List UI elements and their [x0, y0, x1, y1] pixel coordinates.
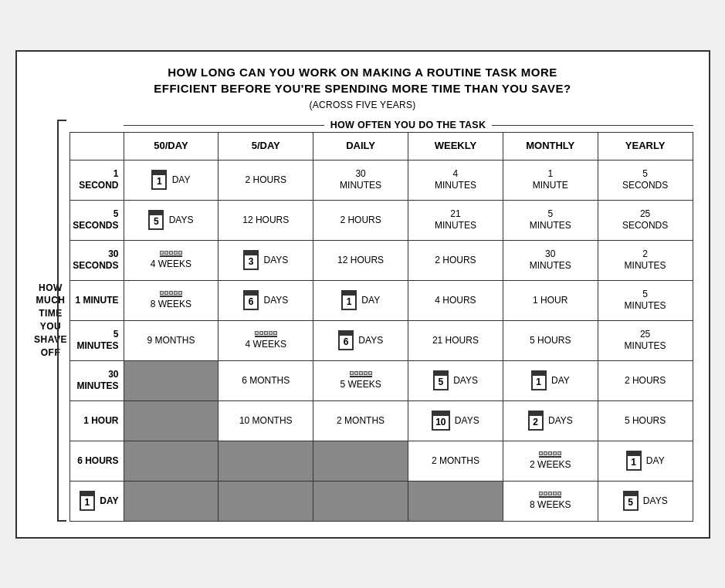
col-header-daily: DAILY [313, 133, 408, 161]
row-header-5min: 5 MINUTES [70, 321, 124, 361]
cell-r9c6: 5 DAYS [598, 482, 693, 522]
cell-r7c4: 10 DAYS [408, 401, 503, 441]
cell-r7c5: 2 DAYS [503, 401, 598, 441]
cell-r9c2 [219, 482, 313, 522]
cell-r4c2: 6 DAYS [219, 281, 313, 321]
cell-r3c1: 4 WEEKS [124, 241, 219, 281]
cell-r1c6: 5SECONDS [598, 161, 693, 201]
cell-r1c4: 4MINUTES [408, 161, 503, 201]
subtitle: (ACROSS FIVE YEARS) [32, 100, 693, 110]
cell-r9c4 [408, 482, 503, 522]
cell-r8c2 [219, 441, 313, 482]
cell-r8c3 [313, 441, 408, 482]
cell-r5c3: 6 DAYS [313, 321, 408, 361]
title: HOW LONG CAN YOU WORK ON MAKING A ROUTIN… [32, 64, 693, 96]
cell-r3c2: 3 DAYS [219, 241, 313, 281]
cell-r8c4: 2 MONTHS [408, 441, 503, 482]
cell-r4c6: 5MINUTES [598, 281, 693, 321]
data-grid: 50/DAY 5/DAY DAILY WEEKLY MONTHLY YEARLY… [69, 132, 693, 522]
cell-r8c6: 1 DAY [598, 441, 693, 482]
cell-r6c6: 2 HOURS [598, 361, 693, 401]
cell-r3c4: 2 HOURS [408, 241, 503, 281]
cell-r5c4: 21 HOURS [408, 321, 503, 361]
main-container: HOW LONG CAN YOU WORK ON MAKING A ROUTIN… [15, 50, 710, 539]
cell-r5c1: 9 MONTHS [124, 321, 219, 361]
how-often-header: HOW OFTEN YOU DO THE TASK [124, 120, 693, 130]
cell-r2c6: 25SECONDS [598, 201, 693, 241]
cell-r7c3: 2 MONTHS [313, 401, 408, 441]
cell-r7c6: 5 HOURS [598, 401, 693, 441]
col-header-50day: 50/DAY [124, 133, 219, 161]
chart-wrapper: HOWMUCHTIMEYOUSHAVEOFF HOW OFTEN YOU DO … [32, 120, 693, 522]
cell-r1c5: 1MINUTE [503, 161, 598, 201]
table-area: HOW OFTEN YOU DO THE TASK 50/DAY 5/DAY D… [69, 120, 693, 522]
cell-r9c1 [124, 482, 219, 522]
cell-r6c3: 5 WEEKS [313, 361, 408, 401]
cell-r6c1 [124, 361, 219, 401]
cell-r4c4: 4 HOURS [408, 281, 503, 321]
cell-r2c2: 12 HOURS [219, 201, 313, 241]
cell-r6c4: 5 DAYS [408, 361, 503, 401]
row-header-1sec: 1 SECOND [70, 161, 124, 201]
cell-r9c5: 8 WEEKS [503, 482, 598, 522]
cell-r6c2: 6 MONTHS [219, 361, 313, 401]
row-header-30sec: 30 SECONDS [70, 241, 124, 281]
col-header-5day: 5/DAY [219, 133, 313, 161]
cell-r2c3: 2 HOURS [313, 201, 408, 241]
cell-r8c5: 2 WEEKS [503, 441, 598, 482]
cell-r5c5: 5 HOURS [503, 321, 598, 361]
cell-r4c1: 8 WEEKS [124, 281, 219, 321]
y-bracket [57, 120, 66, 522]
cell-r2c1: 5 DAYS [124, 201, 219, 241]
cell-r7c2: 10 MONTHS [219, 401, 313, 441]
row-header-5sec: 5 SECONDS [70, 201, 124, 241]
cell-r1c3: 30MINUTES [313, 161, 408, 201]
y-axis-label: HOWMUCHTIMEYOUSHAVEOFF [32, 120, 69, 522]
row-header-1hour: 1 HOUR [70, 401, 124, 441]
cell-r8c1 [124, 441, 219, 482]
col-header-weekly: WEEKLY [408, 133, 503, 161]
cell-r7c1 [124, 401, 219, 441]
row-header-1min: 1 MINUTE [70, 281, 124, 321]
cell-r2c5: 5MINUTES [503, 201, 598, 241]
cell-r2c4: 21MINUTES [408, 201, 503, 241]
row-header-6hour: 6 HOURS [70, 441, 124, 482]
cell-r5c6: 25MINUTES [598, 321, 693, 361]
col-header-empty [70, 133, 124, 161]
cell-r5c2: 4 WEEKS [219, 321, 313, 361]
cell-r3c3: 12 HOURS [313, 241, 408, 281]
cell-r6c5: 1 DAY [503, 361, 598, 401]
cell-r9c3 [313, 482, 408, 522]
row-header-1day: 1 DAY [70, 482, 124, 522]
cell-r1c2: 2 HOURS [219, 161, 313, 201]
cell-r3c6: 2MINUTES [598, 241, 693, 281]
cell-r4c5: 1 HOUR [503, 281, 598, 321]
cell-r1c1: 1 DAY [124, 161, 219, 201]
col-header-yearly: YEARLY [598, 133, 693, 161]
cell-r4c3: 1 DAY [313, 281, 408, 321]
row-header-30min: 30 MINUTES [70, 361, 124, 401]
col-header-monthly: MONTHLY [503, 133, 598, 161]
cell-r3c5: 30MINUTES [503, 241, 598, 281]
